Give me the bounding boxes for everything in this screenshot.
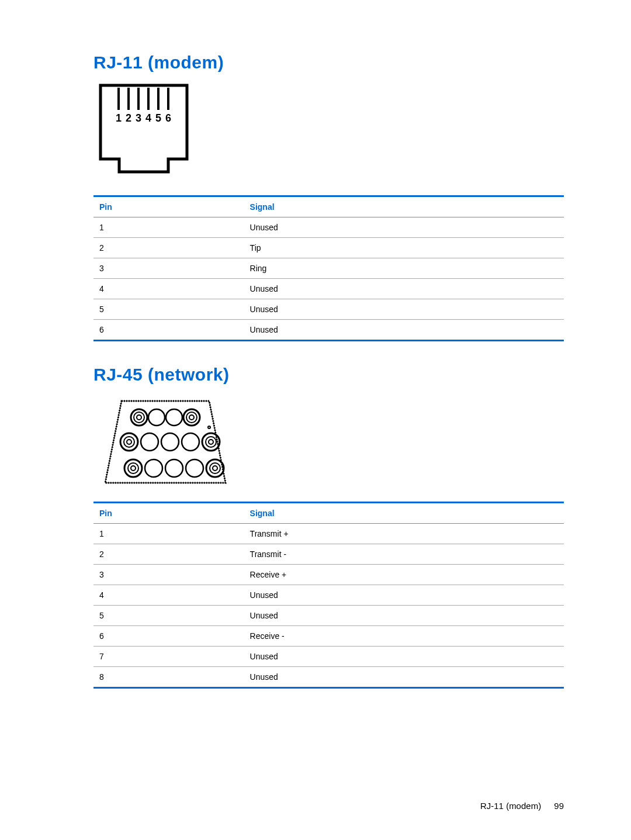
rj11-pin-label: 6	[165, 112, 171, 124]
footer-page-number: 99	[554, 801, 564, 811]
svg-point-18	[141, 433, 158, 451]
cell-signal: Unused	[244, 299, 564, 320]
rj45-connector-diagram	[98, 395, 564, 491]
cell-pin: 2	[93, 544, 244, 565]
svg-point-29	[186, 459, 203, 477]
cell-signal: Transmit -	[244, 544, 564, 565]
column-header-signal: Signal	[244, 196, 564, 217]
table-row: 5Unused	[93, 606, 564, 626]
table-header-row: Pin Signal	[93, 196, 564, 217]
svg-point-10	[166, 409, 182, 426]
svg-point-14	[208, 426, 210, 428]
rj11-connector-icon: 1 2 3 4 5 6	[98, 83, 189, 182]
cell-pin: 3	[93, 565, 244, 585]
cell-signal: Unused	[244, 217, 564, 238]
table-row: 3Receive +	[93, 565, 564, 585]
table-row: 6Receive -	[93, 626, 564, 647]
cell-pin: 2	[93, 238, 244, 258]
cell-pin: 4	[93, 585, 244, 606]
svg-point-12	[186, 412, 197, 423]
svg-point-32	[213, 466, 217, 471]
section-heading-rj45: RJ-45 (network)	[93, 365, 564, 385]
table-row: 3Ring	[93, 258, 564, 279]
cell-signal: Ring	[244, 258, 564, 279]
svg-point-24	[124, 459, 142, 477]
svg-point-20	[182, 433, 199, 451]
footer-section-label: RJ-11 (modem)	[480, 801, 541, 811]
cell-pin: 5	[93, 606, 244, 626]
svg-point-13	[189, 415, 194, 420]
table-row: 1Unused	[93, 217, 564, 238]
cell-pin: 3	[93, 258, 244, 279]
cell-signal: Tip	[244, 238, 564, 258]
svg-point-19	[161, 433, 179, 451]
cell-signal: Transmit +	[244, 524, 564, 544]
svg-point-9	[148, 409, 165, 426]
cell-signal: Receive -	[244, 626, 564, 647]
svg-point-23	[209, 440, 213, 444]
table-row: 8Unused	[93, 667, 564, 688]
cell-pin: 6	[93, 320, 244, 341]
table-row: 2Transmit -	[93, 544, 564, 565]
rj11-connector-diagram: 1 2 3 4 5 6	[98, 83, 564, 185]
table-row: 1Transmit +	[93, 524, 564, 544]
cell-signal: Unused	[244, 585, 564, 606]
cell-pin: 1	[93, 217, 244, 238]
svg-point-16	[124, 437, 134, 447]
column-header-signal: Signal	[244, 503, 564, 524]
cell-signal: Unused	[244, 320, 564, 341]
rj11-pin-label: 2	[126, 112, 131, 124]
page-footer: RJ-11 (modem) 99	[480, 801, 564, 811]
svg-point-27	[145, 459, 162, 477]
rj11-pinout-table: Pin Signal 1Unused 2Tip 3Ring 4Unused 5U…	[93, 195, 564, 341]
svg-point-25	[128, 463, 138, 473]
rj45-connector-icon	[98, 395, 233, 489]
table-row: 5Unused	[93, 299, 564, 320]
cell-pin: 6	[93, 626, 244, 647]
table-row: 2Tip	[93, 238, 564, 258]
column-header-pin: Pin	[93, 503, 244, 524]
svg-point-15	[120, 433, 138, 451]
svg-point-8	[137, 415, 141, 420]
cell-signal: Unused	[244, 667, 564, 688]
cell-signal: Receive +	[244, 565, 564, 585]
rj45-pinout-table: Pin Signal 1Transmit + 2Transmit - 3Rece…	[93, 502, 564, 689]
rj11-pin-label: 5	[155, 112, 161, 124]
column-header-pin: Pin	[93, 196, 244, 217]
cell-signal: Unused	[244, 606, 564, 626]
table-header-row: Pin Signal	[93, 503, 564, 524]
svg-point-17	[127, 440, 131, 444]
table-row: 7Unused	[93, 647, 564, 667]
cell-pin: 4	[93, 279, 244, 299]
rj11-pin-label: 3	[136, 112, 141, 124]
section-heading-rj11: RJ-11 (modem)	[93, 53, 564, 72]
rj11-pin-label: 4	[145, 112, 151, 124]
cell-pin: 5	[93, 299, 244, 320]
svg-point-22	[206, 437, 216, 447]
svg-point-26	[131, 466, 136, 471]
cell-signal: Unused	[244, 647, 564, 667]
svg-point-7	[134, 412, 144, 423]
page-content: RJ-11 (modem) 1 2 3 4 5 6	[0, 0, 631, 840]
svg-point-31	[210, 463, 220, 473]
cell-pin: 8	[93, 667, 244, 688]
svg-point-30	[206, 459, 224, 477]
table-row: 4Unused	[93, 585, 564, 606]
table-row: 4Unused	[93, 279, 564, 299]
rj11-pin-label: 1	[116, 112, 122, 124]
cell-signal: Unused	[244, 279, 564, 299]
table-row: 6Unused	[93, 320, 564, 341]
cell-pin: 7	[93, 647, 244, 667]
svg-point-28	[165, 459, 183, 477]
cell-pin: 1	[93, 524, 244, 544]
